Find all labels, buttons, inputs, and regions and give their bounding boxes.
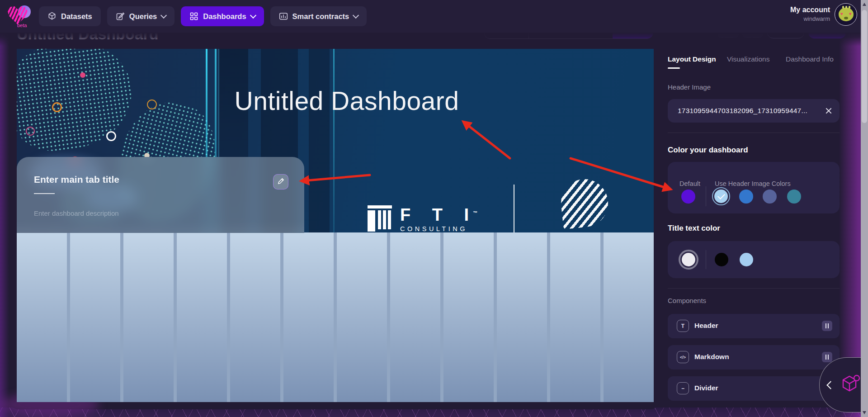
component-label: Header bbox=[694, 322, 718, 330]
edit-tab-title-button[interactable] bbox=[273, 174, 288, 190]
logo-separator-line bbox=[514, 185, 514, 232]
nav-label: Queries bbox=[129, 12, 157, 21]
swatch-divider bbox=[706, 186, 706, 206]
dashboard-color-card: Default Use Header Image Colors bbox=[668, 162, 840, 213]
fti-column-icon bbox=[368, 205, 392, 232]
chevron-left-icon bbox=[826, 381, 835, 389]
server-rack-graphic bbox=[309, 49, 330, 232]
header-image-filename-pill: 1731095944703182096_17310959447... bbox=[668, 99, 840, 123]
swatch-white-selected[interactable] bbox=[679, 250, 698, 270]
components-heading: Components bbox=[668, 297, 706, 304]
bar-chart-icon bbox=[279, 12, 288, 21]
beta-badge: beta bbox=[17, 23, 27, 28]
tab-layout-design[interactable]: Layout Design bbox=[668, 55, 716, 63]
use-header-colors-label: Use Header Image Colors bbox=[715, 180, 791, 187]
component-divider[interactable]: − Divider bbox=[668, 376, 840, 401]
grid-column bbox=[177, 232, 227, 402]
nav-label: Smart contracts bbox=[292, 12, 349, 21]
grid-column bbox=[550, 232, 600, 402]
close-icon[interactable] bbox=[825, 107, 832, 114]
scroll-up-arrow[interactable] bbox=[863, 3, 866, 6]
chevron-down-icon bbox=[250, 12, 256, 19]
left-edge-glow bbox=[0, 33, 9, 417]
dashboard-grid-area bbox=[17, 232, 654, 402]
striped-heart-logo bbox=[559, 177, 611, 229]
pencil-square-icon bbox=[116, 12, 125, 21]
header-image-filename: 1731095944703182096_17310959447... bbox=[678, 107, 807, 115]
grid-column bbox=[604, 232, 654, 402]
dot-map-graphic bbox=[17, 49, 139, 156]
swatch-divider bbox=[706, 250, 706, 269]
header-image-label: Header Image bbox=[668, 83, 711, 91]
nav-label: Datasets bbox=[61, 12, 92, 21]
trademark-symbol: ™ bbox=[473, 210, 477, 215]
app-window: Untitled Dashboard Untitled Dashboard bbox=[0, 0, 868, 417]
nav-item-dashboards[interactable]: Dashboards bbox=[181, 6, 264, 26]
chevron-down-icon bbox=[160, 12, 167, 19]
account-info[interactable]: My account windwarm bbox=[790, 6, 830, 22]
swatch-teal[interactable] bbox=[787, 190, 801, 204]
grid-column bbox=[70, 232, 120, 402]
account-username: windwarm bbox=[790, 15, 830, 22]
tab-underline bbox=[34, 193, 55, 194]
cube-icon bbox=[47, 12, 57, 21]
tab-visualizations[interactable]: Visualizations bbox=[727, 55, 770, 63]
grid-column bbox=[283, 232, 334, 402]
color-dashboard-heading: Color your dashboard bbox=[668, 146, 748, 155]
hexagon-logo-icon bbox=[839, 373, 861, 397]
app-logo[interactable]: beta bbox=[6, 4, 34, 31]
grid-column bbox=[17, 232, 67, 402]
account-title: My account bbox=[790, 6, 830, 14]
orange-ring bbox=[147, 100, 157, 109]
swatch-black[interactable] bbox=[715, 253, 728, 266]
active-tab-underline bbox=[668, 67, 680, 69]
nav-item-queries[interactable]: Queries bbox=[107, 6, 175, 26]
scroll-down-arrow[interactable] bbox=[863, 411, 866, 414]
avatar[interactable]: ♥♥ bbox=[835, 3, 857, 26]
text-icon: T bbox=[677, 320, 689, 332]
orange-ring bbox=[52, 102, 62, 112]
swatch-light-blue-selected[interactable] bbox=[712, 187, 730, 205]
top-nav-bar: beta Datasets Queries bbox=[0, 0, 868, 33]
drag-handle[interactable] bbox=[822, 352, 832, 362]
swatch-purple[interactable] bbox=[681, 190, 695, 204]
hero-dashboard-title: Untitled Dashboard bbox=[198, 86, 496, 116]
tab-dashboard-info[interactable]: Dashboard Info bbox=[786, 55, 834, 63]
scrollbar-thumb[interactable] bbox=[862, 10, 867, 123]
component-markdown[interactable]: </> Markdown bbox=[668, 345, 840, 370]
fti-letters: F T I™ bbox=[400, 205, 477, 224]
component-label: Markdown bbox=[694, 353, 729, 361]
code-icon: </> bbox=[677, 351, 689, 363]
logo-heart-icon bbox=[7, 5, 28, 24]
minus-icon: − bbox=[677, 382, 689, 394]
grid-column bbox=[390, 232, 440, 402]
fti-consulting-logo: F T I™ CONSULTING bbox=[368, 205, 477, 232]
pink-dot bbox=[80, 72, 85, 78]
nav-item-datasets[interactable]: Datasets bbox=[39, 6, 101, 26]
swatch-title-light-blue[interactable] bbox=[740, 253, 753, 266]
divider-line bbox=[668, 288, 840, 289]
drag-handle[interactable] bbox=[822, 321, 832, 331]
main-tab-title-placeholder[interactable]: Enter main tab title bbox=[34, 174, 119, 185]
grid-column bbox=[230, 232, 280, 402]
white-ring bbox=[106, 131, 116, 141]
default-label: Default bbox=[679, 180, 700, 187]
avatar-face: ♥♥ bbox=[839, 8, 854, 21]
dashboard-description-placeholder[interactable]: Enter dashboard description bbox=[34, 209, 119, 217]
title-color-card bbox=[668, 241, 840, 278]
grid-column bbox=[337, 232, 387, 402]
main-tab-card: Enter main tab title Enter dashboard des… bbox=[17, 157, 304, 233]
page-scrollbar[interactable] bbox=[861, 0, 868, 417]
chevron-down-icon bbox=[353, 12, 359, 19]
nav-fade-overlay bbox=[0, 33, 868, 46]
nav-item-smart-contracts[interactable]: Smart contracts bbox=[270, 6, 367, 26]
pencil-icon bbox=[277, 177, 285, 187]
title-text-color-heading: Title text color bbox=[668, 224, 720, 233]
component-header[interactable]: T Header bbox=[668, 314, 840, 338]
grid-column bbox=[497, 232, 547, 402]
fti-consulting-label: CONSULTING bbox=[400, 225, 477, 232]
check-icon bbox=[717, 192, 725, 199]
swatch-slate-blue[interactable] bbox=[763, 190, 777, 204]
swatch-blue[interactable] bbox=[739, 190, 753, 204]
grid-icon bbox=[189, 12, 198, 21]
